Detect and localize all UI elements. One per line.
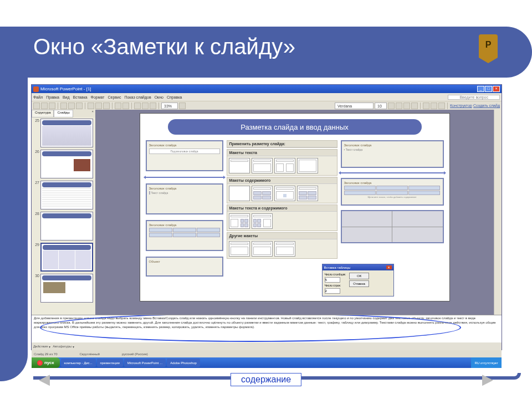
thumb-num: 25	[34, 119, 40, 147]
zoom-dropdown[interactable]: 33%	[161, 103, 178, 109]
tb-align-right-icon[interactable]	[438, 103, 445, 109]
thumb-28[interactable]	[40, 212, 93, 241]
tb-open-icon[interactable]	[41, 103, 48, 109]
taskbar-item[interactable]: презентации	[97, 359, 123, 367]
frame-left	[0, 27, 28, 381]
layout-option[interactable]	[297, 186, 318, 201]
taskbar-item[interactable]: компьютер - Дис...	[61, 359, 96, 367]
layout-option[interactable]	[252, 213, 273, 229]
layout-option[interactable]	[252, 241, 273, 257]
tb-align-center-icon[interactable]	[431, 103, 437, 109]
layout-option[interactable]	[229, 158, 250, 173]
tb-bold-icon[interactable]	[388, 103, 395, 109]
tb-preview-icon[interactable]	[68, 103, 75, 109]
status-language: русский (Россия)	[122, 352, 148, 356]
tb-new-icon[interactable]	[33, 103, 40, 109]
box-obj-label: Объект	[149, 260, 220, 263]
help-question-box[interactable]: Введите вопрос	[448, 95, 500, 100]
menu-edit[interactable]: Правка	[46, 95, 59, 99]
tb-align-left-icon[interactable]	[423, 103, 429, 109]
thumb-25[interactable]	[40, 119, 93, 147]
tb-copy-icon[interactable]	[95, 103, 102, 109]
drawing-toolbar: Действия▾ Автофигуры▾	[32, 342, 502, 350]
layout-option[interactable]	[229, 241, 250, 257]
tb-chart-icon[interactable]	[134, 103, 141, 109]
notes-pane[interactable]: Для добавления в презентацию нового слай…	[32, 315, 502, 342]
layout-option[interactable]	[229, 186, 250, 201]
box-text-label: Текст слайда	[149, 191, 220, 195]
design-link[interactable]: Конструктор	[450, 104, 472, 108]
dialog-close-icon[interactable]: ×	[386, 265, 392, 269]
draw-actions[interactable]: Действия	[33, 345, 48, 348]
tb-shadow-icon[interactable]	[411, 103, 418, 109]
maximize-button[interactable]: □	[485, 86, 492, 92]
layout-option[interactable]	[252, 186, 273, 201]
contents-button[interactable]: содержание	[231, 373, 301, 386]
rows-label: Число строк:	[325, 284, 346, 287]
layout-option[interactable]	[274, 158, 295, 173]
menu-view[interactable]: Вид	[63, 95, 70, 99]
menu-bar: Файл Правка Вид Вставка Формат Сервис По…	[32, 93, 502, 101]
next-slide-button[interactable]: ▶	[482, 371, 493, 388]
layout-option[interactable]	[297, 158, 318, 173]
thumb-26[interactable]	[40, 150, 93, 178]
font-dropdown[interactable]: Verdana	[335, 103, 374, 109]
tb-print-icon[interactable]	[60, 103, 67, 109]
minimize-button[interactable]: _	[477, 86, 484, 92]
tb-italic-icon[interactable]	[396, 103, 402, 109]
cols-input[interactable]	[325, 277, 340, 283]
menu-help[interactable]: Справка	[167, 95, 182, 99]
right-box-table	[341, 210, 444, 243]
cancel-button[interactable]: Отмена	[349, 280, 369, 287]
thumb-27[interactable]	[40, 181, 93, 209]
prev-slide-button[interactable]: ◀	[39, 371, 50, 388]
current-slide[interactable]: Разметка слайда и ввод данных Заголовок …	[140, 113, 450, 301]
menu-insert[interactable]: Вставка	[73, 95, 88, 99]
badge-icon[interactable]: P	[479, 34, 498, 58]
tb-cut-icon[interactable]	[88, 103, 94, 109]
thumb-num: 26	[34, 150, 40, 178]
menu-slideshow[interactable]: Показ слайдов	[124, 95, 151, 99]
layout-section-content: Макеты содержимого	[227, 177, 337, 203]
rows-input[interactable]	[325, 288, 340, 294]
menu-format[interactable]: Формат	[91, 95, 105, 99]
close-button[interactable]: ×	[493, 86, 500, 92]
taskbar-item[interactable]: Adobe Photoshop	[167, 359, 200, 367]
pane-close-icon[interactable]: ×	[90, 110, 95, 117]
fontsize-dropdown[interactable]: 10	[375, 103, 387, 109]
newslide-link[interactable]: Создать слайд	[473, 104, 500, 108]
ok-button[interactable]: ОК	[349, 273, 369, 279]
right-scrollbar[interactable]	[494, 110, 502, 315]
system-tray[interactable]: RU отсутствует	[471, 357, 502, 368]
layout-option[interactable]	[229, 213, 250, 229]
taskbar-item[interactable]: Microsoft PowerPoint ...	[124, 359, 166, 367]
box-subtitle-label: Подзаголовок слайда	[149, 149, 220, 154]
thumb-29[interactable]	[40, 243, 93, 272]
tb-undo-icon[interactable]	[115, 103, 121, 109]
thumb-30[interactable]	[40, 274, 93, 303]
start-button[interactable]: пуск	[32, 357, 60, 368]
notes-text: Для добавления в презентацию нового слай…	[34, 316, 496, 329]
status-design: Скруглённый	[79, 352, 99, 356]
menu-tools[interactable]: Сервис	[108, 95, 121, 99]
tb-spell-icon[interactable]	[76, 103, 83, 109]
layout-section-text: Макеты текста	[227, 149, 337, 176]
tab-slides[interactable]: Слайды	[54, 110, 73, 117]
layout-option[interactable]	[274, 186, 295, 201]
tb-table-icon[interactable]	[142, 103, 149, 109]
layout-option[interactable]	[274, 241, 295, 257]
autoshapes[interactable]: Автофигуры	[53, 345, 71, 348]
tb-underline-icon[interactable]	[403, 103, 410, 109]
layout-option[interactable]	[252, 158, 273, 173]
tb-paste-icon[interactable]	[103, 103, 110, 109]
dialog-title: Вставка таблицы	[324, 266, 351, 269]
tb-hyperlink-icon[interactable]	[150, 103, 156, 109]
tb-redo-icon[interactable]	[122, 103, 129, 109]
tb-help-icon[interactable]	[179, 103, 186, 109]
menu-file[interactable]: Файл	[33, 95, 43, 99]
title-slide-box: Заголовок слайда Подзаголовок слайда	[146, 140, 223, 171]
box-title-label: Заголовок слайда	[344, 144, 441, 147]
tb-save-icon[interactable]	[49, 103, 55, 109]
tab-outline[interactable]: Структура	[32, 110, 54, 117]
menu-window[interactable]: Окно	[155, 95, 163, 99]
